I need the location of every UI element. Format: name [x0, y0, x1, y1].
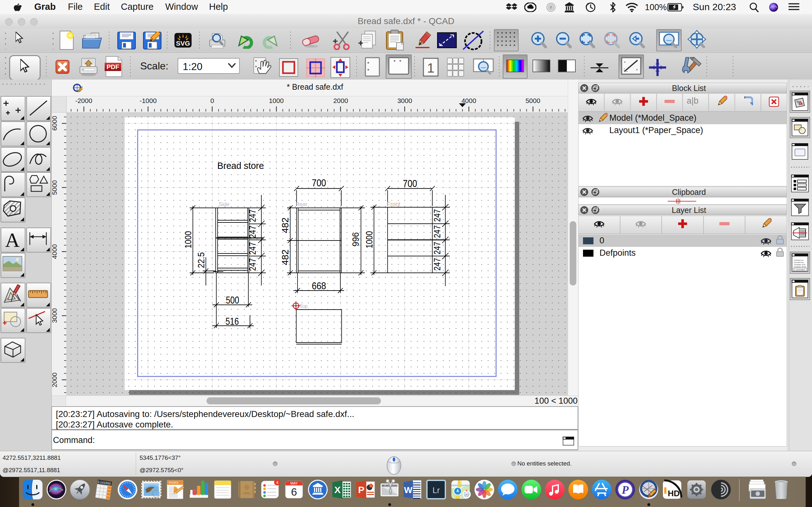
svg-text:700: 700 [403, 178, 417, 189]
svg-text:247: 247 [247, 226, 258, 238]
svg-text:516: 516 [225, 316, 239, 327]
svg-text:3D: 3D [465, 493, 468, 496]
svg-text:PDF: PDF [107, 63, 119, 70]
svg-text:247: 247 [247, 258, 258, 271]
svg-text:Side: Side [218, 201, 229, 207]
svg-text:6: 6 [291, 486, 297, 498]
svg-text:Lr: Lr [432, 486, 440, 495]
svg-text:1000: 1000 [183, 231, 193, 248]
svg-text:SVG: SVG [176, 40, 190, 47]
svg-text:247: 247 [432, 242, 442, 255]
svg-text:HD: HD [668, 489, 680, 498]
svg-text:247: 247 [432, 258, 442, 271]
svg-text:Command: line: Command: line [794, 262, 804, 263]
svg-text:c: command: c: command [794, 269, 805, 271]
svg-text:4: 4 [276, 480, 278, 485]
svg-text:247: 247 [432, 209, 442, 222]
svg-text:-1000: -1000 [140, 97, 157, 104]
svg-text:247: 247 [247, 210, 258, 222]
svg-text:MAY: MAY [290, 481, 298, 485]
svg-text:1000: 1000 [364, 231, 374, 248]
svg-text:P: P [358, 485, 364, 495]
svg-text:482: 482 [280, 249, 290, 265]
svg-text:Top: Top [299, 303, 308, 309]
svg-text:996: 996 [350, 232, 361, 246]
svg-text:5000: 5000 [52, 180, 58, 195]
svg-text:5000: 5000 [525, 97, 541, 104]
svg-text:500: 500 [226, 294, 239, 306]
svg-text:668: 668 [312, 280, 326, 291]
svg-text:A: A [5, 229, 20, 251]
svg-text:247: 247 [432, 225, 442, 238]
svg-text:Command: sss: Command: sss [794, 260, 804, 261]
svg-text:3000: 3000 [397, 97, 412, 104]
svg-text:Coordinate: 50,100: Coordinate: 50,100 [794, 266, 806, 268]
svg-text:700: 700 [312, 177, 326, 188]
svg-text:Front: Front [387, 201, 400, 207]
svg-text:6000: 6000 [52, 116, 58, 131]
svg-text:W: W [404, 485, 413, 495]
svg-text:4000: 4000 [52, 244, 58, 259]
svg-text:1000: 1000 [269, 97, 284, 104]
svg-text:Coordinate: 10,43: Coordinate: 10,43 [794, 264, 805, 266]
svg-text:Rear: Rear [296, 201, 307, 207]
svg-text:Bread store: Bread store [217, 160, 264, 171]
svg-text:X: X [334, 485, 341, 495]
svg-text:482: 482 [280, 217, 290, 233]
svg-text:22.5: 22.5 [196, 252, 206, 268]
svg-text:2000: 2000 [334, 97, 348, 104]
svg-text:4000: 4000 [461, 97, 476, 104]
svg-text:PAGES: PAGES [169, 481, 178, 484]
svg-text:247: 247 [247, 242, 258, 255]
svg-text:3000: 3000 [52, 308, 58, 323]
svg-text:2000: 2000 [52, 373, 58, 388]
svg-text:1: 1 [427, 60, 434, 75]
svg-text:0: 0 [210, 97, 214, 104]
svg-text:-2000: -2000 [75, 97, 92, 104]
svg-text:P: P [621, 484, 629, 496]
